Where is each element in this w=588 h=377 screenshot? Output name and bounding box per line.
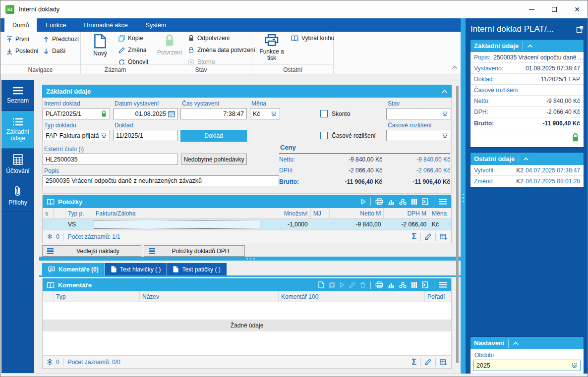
vedlejsi-naklady-button[interactable]: Vedlejší náklady: [42, 245, 141, 257]
calculator-icon: [13, 154, 23, 165]
ceny-row-netto: Netto: -9 840,00 Kč -9 840,00 Kč: [279, 154, 450, 165]
externi-cislo-field[interactable]: HL2500035: [43, 154, 178, 165]
close-button[interactable]: ✕: [566, 0, 588, 18]
stripes-icon: [148, 248, 156, 254]
new-button[interactable]: Nový: [85, 34, 116, 57]
delete-icon[interactable]: [360, 282, 366, 288]
columns-icon[interactable]: [411, 198, 417, 205]
run-icon[interactable]: [340, 282, 345, 288]
grid-add-icon[interactable]: [440, 359, 447, 366]
confirm-button[interactable]: Potvrzení: [154, 34, 185, 56]
typ-dokladu-combobox[interactable]: FAP Faktura přijatá: [43, 130, 110, 141]
last-button[interactable]: Poslední: [6, 48, 39, 54]
datum-field[interactable]: 01.08.2025: [113, 108, 178, 119]
vertical-scrollbar[interactable]: [456, 86, 459, 363]
next-button[interactable]: Další: [43, 48, 65, 54]
functions-print-button[interactable]: Funkce a tisk: [256, 34, 287, 61]
print-icon[interactable]: [375, 281, 383, 288]
col-typ-p[interactable]: Typ p.: [65, 208, 93, 218]
sum-icon[interactable]: Σ: [412, 232, 416, 241]
skonto-checkbox[interactable]: Skonto: [320, 110, 350, 117]
tab-text-hlavicky[interactable]: Text hlavičky ( ): [105, 263, 167, 275]
col-dph-m[interactable]: DPH M: [384, 208, 429, 218]
col-typ[interactable]: Typ: [54, 291, 140, 302]
chevron-up-icon: [441, 89, 448, 94]
sidebar-item-uctovani[interactable]: Účtování: [1, 149, 34, 180]
popis-field[interactable]: 2500035 Vrácení odpočtu daně z neuhrazen…: [43, 175, 279, 186]
col-poradi[interactable]: Pořadí: [425, 291, 451, 302]
obdobi-combobox[interactable]: 2025: [473, 360, 581, 371]
cas-field[interactable]: 7:38:47: [180, 108, 247, 119]
col-faktura-zaloha[interactable]: Faktura/Záloha: [93, 208, 261, 218]
copy-button[interactable]: Kopie: [118, 35, 143, 42]
tab-komentare[interactable]: Komentáře (0): [42, 263, 105, 275]
col-blank[interactable]: [54, 208, 65, 218]
casove-rozliseni-checkbox[interactable]: Časové rozlišení: [320, 132, 376, 139]
tab-text-paticky[interactable]: Text patičky ( ): [167, 263, 226, 275]
col-komentar[interactable]: Komentář 100: [279, 291, 425, 302]
edit-icon[interactable]: [349, 282, 355, 288]
change-confirm-date-button[interactable]: Změna data potvrzení: [188, 47, 255, 54]
ribbon-tab-hromadne-akce[interactable]: Hromadné akce: [75, 18, 136, 32]
run-icon[interactable]: [361, 199, 366, 205]
unconfirm-button[interactable]: Odpotvrzení: [188, 35, 230, 42]
menu-icon[interactable]: [439, 199, 447, 205]
polozky-row[interactable]: VS -1,0000 -9 840,00 -2 066,40 Kč: [43, 219, 451, 230]
select-book-button[interactable]: Vybrat knihu: [291, 35, 334, 42]
edit-icon[interactable]: [425, 233, 431, 240]
print-icon[interactable]: [375, 198, 383, 205]
sidebar-item-zakladni-udaje[interactable]: Základní údaje: [1, 111, 34, 149]
ribbon-collapse-button[interactable]: [452, 64, 458, 71]
sidebar-item-prilohy[interactable]: Přílohy: [1, 180, 34, 212]
maximize-button[interactable]: [543, 0, 566, 18]
lock-blue-icon: [188, 47, 194, 54]
doklad-button[interactable]: Doklad: [180, 130, 247, 142]
excel-export-icon[interactable]: [422, 198, 429, 205]
first-button[interactable]: První: [6, 36, 29, 43]
ribbon-tab-system[interactable]: Systém: [137, 18, 176, 32]
col-mj[interactable]: MJ: [311, 208, 330, 218]
calendar-icon[interactable]: [168, 110, 175, 117]
cell-faktura-selected[interactable]: [93, 219, 261, 229]
grid-add-icon[interactable]: [440, 233, 447, 240]
change-button[interactable]: Změna: [118, 47, 146, 54]
nedobytne-pohledavky-button[interactable]: Nedobytné pohledávky: [181, 154, 247, 165]
collapse-card-button[interactable]: [519, 155, 529, 163]
copy-icon[interactable]: [329, 282, 335, 288]
casove-rozliseni-combobox[interactable]: [386, 130, 451, 141]
sum-icon[interactable]: Σ: [412, 358, 416, 367]
ribbon-tab-domu[interactable]: Domů: [4, 18, 37, 32]
doklad-field[interactable]: 11/2025/1: [113, 130, 178, 141]
open-external-icon[interactable]: [576, 26, 584, 33]
ribbon-tab-funkce[interactable]: Funkce: [37, 18, 75, 32]
excel-export-icon[interactable]: [422, 281, 429, 288]
columns-icon[interactable]: [411, 281, 417, 288]
col-nazev[interactable]: Název: [140, 291, 279, 302]
sidebar-item-seznam[interactable]: Seznam: [1, 80, 34, 111]
snowflake-icon[interactable]: [47, 359, 53, 365]
stav-combobox[interactable]: [386, 108, 451, 119]
collapse-card-button[interactable]: [508, 339, 519, 348]
col-netto-m[interactable]: Netto M: [330, 208, 384, 218]
new-document-icon[interactable]: [318, 281, 324, 288]
minimize-button[interactable]: [520, 0, 543, 18]
chart-icon[interactable]: [388, 282, 395, 288]
polozky-footer: 0 Počet záznamů: 1/1 Σ: [43, 230, 451, 243]
chart-icon[interactable]: [388, 199, 395, 205]
collapse-section-button[interactable]: [437, 87, 448, 96]
polozky-dokladu-dph-button[interactable]: Položky dokladů DPH: [144, 245, 245, 257]
col-mnozstvi[interactable]: Množství: [261, 208, 311, 218]
previous-button[interactable]: Předchozí: [43, 36, 79, 43]
mena-combobox[interactable]: Kč: [250, 108, 280, 119]
snowflake-icon[interactable]: [47, 233, 53, 240]
workflow-icon[interactable]: [399, 282, 407, 288]
menu-icon[interactable]: [439, 282, 447, 288]
vertical-splitter[interactable]: [461, 18, 466, 377]
horizontal-splitter[interactable]: [39, 257, 462, 261]
interni-doklad-field[interactable]: PLAT/2025/1: [43, 108, 110, 119]
col-s[interactable]: s: [43, 208, 54, 218]
collapse-card-button[interactable]: [523, 42, 533, 51]
col-mena[interactable]: Měna: [429, 208, 451, 218]
workflow-icon[interactable]: [399, 199, 407, 205]
edit-icon[interactable]: [425, 359, 431, 365]
